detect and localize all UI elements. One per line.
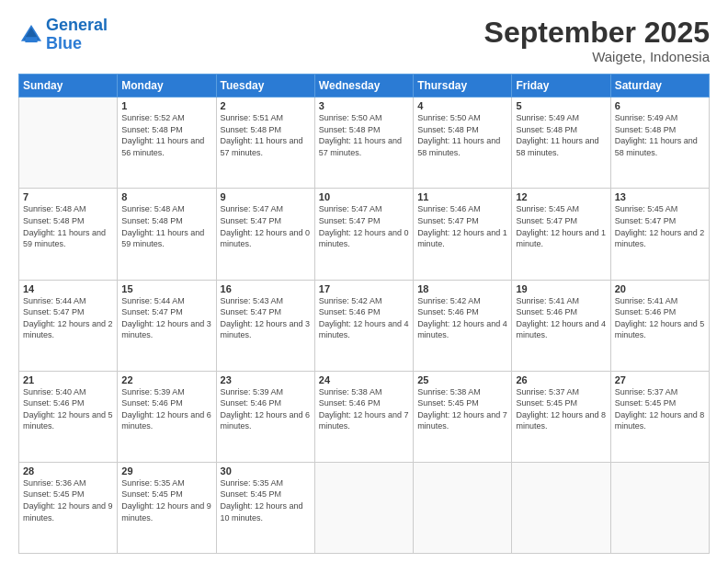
calendar-cell xyxy=(19,98,118,189)
day-info: Sunrise: 5:35 AM Sunset: 5:45 PM Dayligh… xyxy=(121,477,211,523)
day-number: 12 xyxy=(516,191,606,202)
calendar-cell: 5Sunrise: 5:49 AM Sunset: 5:48 PM Daylig… xyxy=(512,98,610,189)
calendar-week-4: 21Sunrise: 5:40 AM Sunset: 5:46 PM Dayli… xyxy=(19,371,710,462)
day-info: Sunrise: 5:40 AM Sunset: 5:46 PM Dayligh… xyxy=(23,386,113,432)
col-thursday: Thursday xyxy=(414,75,512,98)
day-number: 24 xyxy=(319,374,409,385)
col-wednesday: Wednesday xyxy=(314,75,413,98)
calendar-header-row: Sunday Monday Tuesday Wednesday Thursday… xyxy=(19,75,710,98)
subtitle: Waigete, Indonesia xyxy=(484,49,710,64)
calendar-cell: 12Sunrise: 5:45 AM Sunset: 5:47 PM Dayli… xyxy=(512,189,610,280)
calendar-cell: 29Sunrise: 5:35 AM Sunset: 5:45 PM Dayli… xyxy=(118,462,216,553)
day-info: Sunrise: 5:47 AM Sunset: 5:47 PM Dayligh… xyxy=(319,203,409,249)
svg-rect-2 xyxy=(25,37,37,42)
day-number: 26 xyxy=(516,374,606,385)
day-info: Sunrise: 5:39 AM Sunset: 5:46 PM Dayligh… xyxy=(221,386,311,432)
calendar-cell: 4Sunrise: 5:50 AM Sunset: 5:48 PM Daylig… xyxy=(414,98,512,189)
calendar-cell: 6Sunrise: 5:49 AM Sunset: 5:48 PM Daylig… xyxy=(610,98,709,189)
day-number: 20 xyxy=(615,283,705,294)
day-number: 19 xyxy=(516,283,606,294)
month-title: September 2025 xyxy=(484,17,710,49)
day-info: Sunrise: 5:44 AM Sunset: 5:47 PM Dayligh… xyxy=(23,295,113,341)
day-number: 7 xyxy=(23,191,113,202)
calendar-cell: 20Sunrise: 5:41 AM Sunset: 5:46 PM Dayli… xyxy=(610,280,709,371)
day-info: Sunrise: 5:38 AM Sunset: 5:45 PM Dayligh… xyxy=(417,386,507,432)
day-number: 27 xyxy=(615,374,705,385)
logo-text: General Blue xyxy=(46,17,108,53)
day-info: Sunrise: 5:37 AM Sunset: 5:45 PM Dayligh… xyxy=(615,386,705,432)
day-info: Sunrise: 5:43 AM Sunset: 5:47 PM Dayligh… xyxy=(221,295,311,341)
day-number: 28 xyxy=(23,465,113,477)
day-number: 6 xyxy=(615,100,705,111)
calendar-cell: 7Sunrise: 5:48 AM Sunset: 5:48 PM Daylig… xyxy=(19,189,118,280)
logo-icon xyxy=(18,22,44,48)
calendar-cell: 3Sunrise: 5:50 AM Sunset: 5:48 PM Daylig… xyxy=(314,98,413,189)
calendar-week-2: 7Sunrise: 5:48 AM Sunset: 5:48 PM Daylig… xyxy=(19,189,710,280)
day-number: 2 xyxy=(221,100,311,111)
col-friday: Friday xyxy=(512,75,610,98)
day-info: Sunrise: 5:48 AM Sunset: 5:48 PM Dayligh… xyxy=(23,203,113,249)
logo-line1: General xyxy=(46,16,108,34)
calendar-cell: 19Sunrise: 5:41 AM Sunset: 5:46 PM Dayli… xyxy=(512,280,610,371)
day-info: Sunrise: 5:49 AM Sunset: 5:48 PM Dayligh… xyxy=(516,112,606,158)
day-number: 15 xyxy=(121,283,211,294)
day-info: Sunrise: 5:51 AM Sunset: 5:48 PM Dayligh… xyxy=(221,112,311,158)
day-info: Sunrise: 5:41 AM Sunset: 5:46 PM Dayligh… xyxy=(615,295,705,341)
day-info: Sunrise: 5:50 AM Sunset: 5:48 PM Dayligh… xyxy=(319,112,409,158)
calendar-cell: 18Sunrise: 5:42 AM Sunset: 5:46 PM Dayli… xyxy=(414,280,512,371)
day-number: 11 xyxy=(417,191,507,202)
calendar-cell xyxy=(314,462,413,553)
day-number: 18 xyxy=(417,283,507,294)
day-number: 8 xyxy=(121,191,211,202)
day-number: 13 xyxy=(615,191,705,202)
day-number: 29 xyxy=(121,465,211,477)
day-info: Sunrise: 5:39 AM Sunset: 5:46 PM Dayligh… xyxy=(121,386,211,432)
day-info: Sunrise: 5:41 AM Sunset: 5:46 PM Dayligh… xyxy=(516,295,606,341)
calendar-cell: 15Sunrise: 5:44 AM Sunset: 5:47 PM Dayli… xyxy=(118,280,216,371)
day-info: Sunrise: 5:44 AM Sunset: 5:47 PM Dayligh… xyxy=(121,295,211,341)
day-info: Sunrise: 5:42 AM Sunset: 5:46 PM Dayligh… xyxy=(417,295,507,341)
calendar-cell: 11Sunrise: 5:46 AM Sunset: 5:47 PM Dayli… xyxy=(414,189,512,280)
calendar-cell xyxy=(414,462,512,553)
calendar-cell: 2Sunrise: 5:51 AM Sunset: 5:48 PM Daylig… xyxy=(216,98,314,189)
day-info: Sunrise: 5:48 AM Sunset: 5:48 PM Dayligh… xyxy=(121,203,211,249)
calendar-cell: 27Sunrise: 5:37 AM Sunset: 5:45 PM Dayli… xyxy=(610,371,709,462)
day-number: 5 xyxy=(516,100,606,111)
day-number: 9 xyxy=(221,191,311,202)
calendar-week-3: 14Sunrise: 5:44 AM Sunset: 5:47 PM Dayli… xyxy=(19,280,710,371)
day-info: Sunrise: 5:45 AM Sunset: 5:47 PM Dayligh… xyxy=(516,203,606,249)
col-saturday: Saturday xyxy=(610,75,709,98)
day-number: 22 xyxy=(121,374,211,385)
day-info: Sunrise: 5:46 AM Sunset: 5:47 PM Dayligh… xyxy=(417,203,507,249)
calendar-cell xyxy=(512,462,610,553)
day-info: Sunrise: 5:42 AM Sunset: 5:46 PM Dayligh… xyxy=(319,295,409,341)
calendar-week-1: 1Sunrise: 5:52 AM Sunset: 5:48 PM Daylig… xyxy=(19,98,710,189)
day-info: Sunrise: 5:45 AM Sunset: 5:47 PM Dayligh… xyxy=(615,203,705,249)
calendar-cell: 28Sunrise: 5:36 AM Sunset: 5:45 PM Dayli… xyxy=(19,462,118,553)
day-number: 10 xyxy=(319,191,409,202)
day-number: 23 xyxy=(221,374,311,385)
calendar-cell: 21Sunrise: 5:40 AM Sunset: 5:46 PM Dayli… xyxy=(19,371,118,462)
day-info: Sunrise: 5:52 AM Sunset: 5:48 PM Dayligh… xyxy=(121,112,211,158)
col-tuesday: Tuesday xyxy=(216,75,314,98)
calendar-cell: 10Sunrise: 5:47 AM Sunset: 5:47 PM Dayli… xyxy=(314,189,413,280)
day-number: 1 xyxy=(121,100,211,111)
col-monday: Monday xyxy=(118,75,216,98)
day-info: Sunrise: 5:35 AM Sunset: 5:45 PM Dayligh… xyxy=(221,477,311,523)
day-number: 4 xyxy=(417,100,507,111)
day-info: Sunrise: 5:36 AM Sunset: 5:45 PM Dayligh… xyxy=(23,477,113,523)
day-number: 17 xyxy=(319,283,409,294)
calendar-cell: 25Sunrise: 5:38 AM Sunset: 5:45 PM Dayli… xyxy=(414,371,512,462)
calendar-cell: 16Sunrise: 5:43 AM Sunset: 5:47 PM Dayli… xyxy=(216,280,314,371)
logo-line2: Blue xyxy=(46,34,82,52)
calendar-cell: 23Sunrise: 5:39 AM Sunset: 5:46 PM Dayli… xyxy=(216,371,314,462)
col-sunday: Sunday xyxy=(19,75,118,98)
calendar-cell: 17Sunrise: 5:42 AM Sunset: 5:46 PM Dayli… xyxy=(314,280,413,371)
page: General Blue September 2025 Waigete, Ind… xyxy=(0,0,728,563)
logo: General Blue xyxy=(18,17,108,53)
calendar-week-5: 28Sunrise: 5:36 AM Sunset: 5:45 PM Dayli… xyxy=(19,462,710,553)
calendar-cell: 9Sunrise: 5:47 AM Sunset: 5:47 PM Daylig… xyxy=(216,189,314,280)
calendar-cell: 30Sunrise: 5:35 AM Sunset: 5:45 PM Dayli… xyxy=(216,462,314,553)
header: General Blue September 2025 Waigete, Ind… xyxy=(18,17,710,64)
calendar-cell: 1Sunrise: 5:52 AM Sunset: 5:48 PM Daylig… xyxy=(118,98,216,189)
